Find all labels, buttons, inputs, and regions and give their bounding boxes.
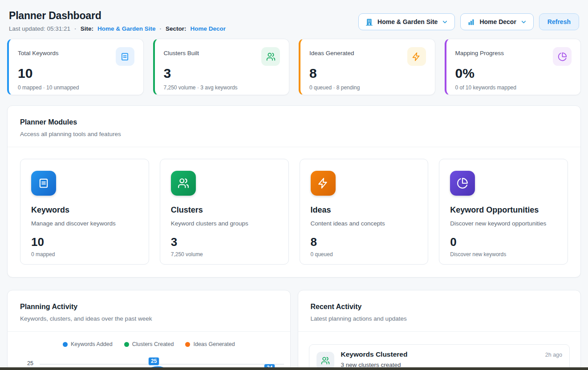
site-label: Site:: [81, 25, 93, 32]
stat-value: 8: [309, 66, 426, 80]
stat-label: Clusters Built: [164, 50, 199, 56]
stat-subtext: 0 mapped · 10 unmapped: [18, 84, 134, 91]
module-card-clusters[interactable]: Clusters Keyword clusters and groups 3 7…: [160, 159, 289, 265]
stat-subtext: 0 queued · 8 pending: [309, 84, 426, 91]
stat-card-mapping-progress: Mapping Progress 0% 0 of 10 keywords map…: [445, 39, 581, 95]
activity-item-keywords-clustered[interactable]: Keywords Clustered 2h ago 3 new clusters…: [309, 344, 570, 370]
header-controls: Home & Garden Site Home Decor Refresh: [358, 13, 579, 30]
site-selector-dropdown[interactable]: Home & Garden Site: [358, 13, 455, 30]
building-icon: [365, 18, 373, 26]
zap-icon: [407, 47, 426, 66]
module-footnote: 0 mapped: [31, 251, 138, 257]
divider: [8, 331, 290, 332]
divider: [298, 331, 581, 332]
stat-value: 0%: [455, 66, 572, 80]
sector-selector-dropdown[interactable]: Home Decor: [460, 13, 533, 30]
section-title: Planner Modules: [20, 118, 568, 126]
page-header: Planner Dashboard Last updated: 05:31:21…: [7, 10, 581, 32]
module-title: Keywords: [31, 205, 138, 215]
bottom-edge-bar: [0, 367, 588, 370]
legend-label: Keywords Added: [71, 341, 113, 347]
module-card-ideas[interactable]: Ideas Content ideas and concepts 8 0 que…: [300, 159, 429, 265]
document-icon: [116, 47, 134, 66]
planning-activity-card: Planning Activity Keywords, clusters, an…: [7, 290, 291, 370]
sector-link[interactable]: Home Decor: [190, 25, 226, 32]
pie-chart-icon: [450, 171, 475, 196]
stat-card-total-keywords: Total Keywords 10 0 mapped · 10 unmapped: [7, 39, 144, 95]
module-description: Discover new keyword opportunities: [450, 220, 557, 227]
module-title: Keyword Opportunities: [450, 205, 557, 215]
recent-activity-card: Recent Activity Latest planning actions …: [298, 290, 581, 370]
chevron-down-icon: [442, 19, 448, 25]
legend-item-clusters-created[interactable]: Clusters Created: [124, 341, 174, 347]
module-card-keyword-opportunities[interactable]: Keyword Opportunities Discover new keywo…: [439, 159, 568, 265]
activity-title: Keywords Clustered: [341, 350, 408, 358]
legend-dot-icon: [185, 342, 190, 347]
legend-item-ideas-generated[interactable]: Ideas Generated: [185, 341, 235, 347]
sector-label: Sector:: [166, 25, 187, 32]
stat-label: Mapping Progress: [455, 50, 504, 56]
site-link[interactable]: Home & Garden Site: [97, 25, 156, 32]
sector-selector-value: Home Decor: [479, 18, 516, 25]
module-description: Manage and discover keywords: [31, 220, 138, 227]
users-icon: [171, 171, 196, 196]
modules-grid: Keywords Manage and discover keywords 10…: [8, 147, 580, 277]
module-description: Keyword clusters and groups: [171, 220, 278, 227]
module-footnote: 7,250 volume: [171, 251, 278, 257]
legend-label: Ideas Generated: [193, 341, 235, 347]
pie-chart-icon: [553, 47, 572, 66]
module-footnote: Discover new keywords: [450, 251, 557, 257]
stat-card-ideas-generated: Ideas Generated 8 0 queued · 8 pending: [299, 39, 435, 95]
stat-value: 3: [164, 66, 280, 80]
last-updated-text: Last updated: 05:31:21: [9, 25, 70, 32]
section-subtitle: Latest planning actions and updates: [311, 315, 568, 322]
module-value: 10: [31, 236, 138, 248]
users-icon: [316, 352, 334, 370]
legend-label: Clusters Created: [132, 341, 174, 347]
module-card-keywords[interactable]: Keywords Manage and discover keywords 10…: [20, 159, 149, 265]
section-subtitle: Keywords, clusters, and ideas over the p…: [20, 315, 278, 322]
section-title: Planning Activity: [20, 303, 278, 311]
section-title: Recent Activity: [311, 303, 568, 311]
stat-subtext: 0 of 10 keywords mapped: [455, 84, 572, 91]
module-footnote: 0 queued: [311, 251, 418, 257]
stat-value: 10: [18, 66, 134, 80]
activity-timestamp: 2h ago: [545, 352, 562, 358]
meta-separator: ·: [159, 25, 162, 32]
stat-cards-row: Total Keywords 10 0 mapped · 10 unmapped…: [7, 39, 581, 95]
legend-dot-icon: [63, 342, 68, 347]
stat-card-clusters-built: Clusters Built 3 7,250 volume · 3 avg ke…: [153, 39, 290, 95]
refresh-button[interactable]: Refresh: [539, 13, 579, 30]
data-label-peak: 25: [148, 357, 159, 366]
module-title: Clusters: [171, 205, 278, 215]
chart-legend: Keywords Added Clusters Created Ideas Ge…: [8, 341, 290, 347]
module-description: Content ideas and concepts: [311, 220, 418, 227]
meta-separator: ·: [74, 25, 77, 32]
document-icon: [31, 171, 56, 196]
module-title: Ideas: [311, 205, 418, 215]
bottom-row: Planning Activity Keywords, clusters, an…: [7, 290, 581, 370]
stat-subtext: 7,250 volume · 3 avg keywords: [164, 84, 280, 91]
module-value: 8: [311, 236, 418, 248]
module-value: 0: [450, 236, 557, 248]
legend-dot-icon: [124, 342, 129, 347]
planner-modules-section: Planner Modules Access all planning tool…: [7, 105, 581, 278]
chevron-down-icon: [520, 19, 527, 25]
planner-dashboard-page: Planner Dashboard Last updated: 05:31:21…: [0, 0, 588, 370]
section-subtitle: Access all planning tools and features: [20, 131, 568, 137]
header-meta: Last updated: 05:31:21 · Site: Home & Ga…: [9, 25, 226, 32]
page-title: Planner Dashboard: [9, 10, 226, 22]
header-left: Planner Dashboard Last updated: 05:31:21…: [9, 10, 226, 32]
bar-chart-icon: [467, 18, 475, 26]
stat-label: Total Keywords: [18, 50, 59, 56]
users-icon: [261, 47, 280, 66]
zap-icon: [311, 171, 336, 196]
legend-item-keywords-added[interactable]: Keywords Added: [63, 341, 113, 347]
stat-label: Ideas Generated: [309, 50, 354, 56]
module-value: 3: [171, 236, 278, 248]
site-selector-value: Home & Garden Site: [377, 18, 438, 25]
